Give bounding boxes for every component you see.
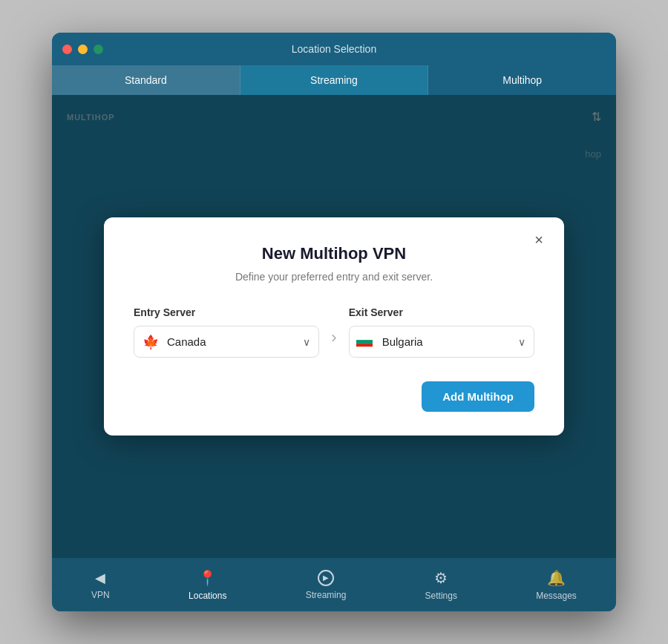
exit-server-selector[interactable]: Bulgaria Germany France ∨ (349, 326, 534, 358)
vpn-icon: ◀ (95, 570, 105, 586)
server-row: Entry Server 🍁 Canada USA UK ∨ (134, 306, 534, 358)
minimize-button[interactable] (78, 45, 88, 54)
nav-label-settings: Settings (425, 591, 457, 601)
modal-overlay: × New Multihop VPN Define your preferred… (52, 95, 616, 558)
nav-item-locations[interactable]: 📍 Locations (189, 569, 226, 601)
nav-item-messages[interactable]: 🔔 Messages (536, 569, 577, 601)
arrow-divider: › (331, 328, 336, 358)
tab-standard[interactable]: Standard (52, 65, 240, 95)
nav-label-streaming: Streaming (306, 590, 347, 600)
modal-subtitle: Define your preferred entry and exit ser… (134, 271, 534, 283)
nav-item-streaming[interactable]: ▶ Streaming (306, 570, 347, 600)
entry-server-select[interactable]: Canada USA UK (134, 326, 319, 358)
entry-server-label: Entry Server (134, 306, 319, 318)
modal-close-button[interactable]: × (528, 229, 549, 250)
app-window: Location Selection Standard Streaming Mu… (52, 33, 616, 611)
window-title: Location Selection (292, 43, 376, 55)
add-multihop-button[interactable]: Add Multihop (422, 381, 534, 412)
window-controls (62, 45, 103, 54)
close-button[interactable] (62, 45, 72, 54)
nav-label-locations: Locations (189, 591, 226, 601)
nav-item-vpn[interactable]: ◀ VPN (91, 570, 110, 600)
nav-item-settings[interactable]: ⚙ Settings (425, 569, 457, 601)
bottom-nav: ◀ VPN 📍 Locations ▶ Streaming ⚙ Settings… (52, 558, 616, 611)
nav-label-messages: Messages (536, 591, 577, 601)
exit-server-label: Exit Server (349, 306, 534, 318)
titlebar: Location Selection (52, 33, 616, 65)
messages-icon: 🔔 (547, 569, 566, 587)
tabs-bar: Standard Streaming Multihop (52, 65, 616, 95)
locations-icon: 📍 (198, 569, 217, 587)
tab-multihop[interactable]: Multihop (428, 65, 616, 95)
exit-server-select[interactable]: Bulgaria Germany France (349, 326, 534, 358)
modal-dialog: × New Multihop VPN Define your preferred… (104, 217, 564, 436)
entry-server-group: Entry Server 🍁 Canada USA UK ∨ (134, 306, 319, 358)
streaming-icon: ▶ (318, 570, 334, 586)
exit-server-group: Exit Server Bulgaria (349, 306, 534, 358)
settings-icon: ⚙ (434, 569, 448, 587)
main-content: MULTIHOP ⇅ hop × New Multihop VPN Define… (52, 95, 616, 558)
tab-streaming[interactable]: Streaming (240, 65, 429, 95)
modal-footer: Add Multihop (134, 381, 534, 412)
nav-label-vpn: VPN (91, 590, 110, 600)
modal-title: New Multihop VPN (134, 244, 534, 263)
entry-server-selector[interactable]: 🍁 Canada USA UK ∨ (134, 326, 319, 358)
maximize-button[interactable] (94, 45, 103, 54)
